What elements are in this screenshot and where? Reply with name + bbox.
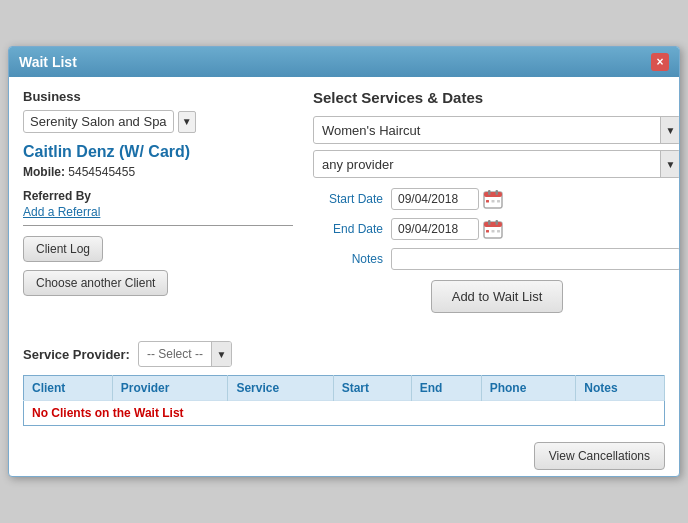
choose-another-client-button[interactable]: Choose another Client <box>23 270 168 296</box>
svg-rect-12 <box>492 230 495 233</box>
select-services-title: Select Services & Dates <box>313 89 680 106</box>
top-section: Business Serenity Salon and Spa ▼ Caitli… <box>23 89 665 313</box>
end-date-input-wrap <box>391 218 503 240</box>
end-date-row: End Date <box>313 218 680 240</box>
notes-label: Notes <box>313 252 383 266</box>
start-date-input[interactable] <box>391 188 479 210</box>
start-date-input-wrap <box>391 188 503 210</box>
service-dropdown[interactable]: Women's Haircut ▼ <box>313 116 680 144</box>
business-label: Business <box>23 89 293 104</box>
divider <box>23 225 293 226</box>
service-provider-select[interactable]: -- Select -- ▼ <box>138 341 232 367</box>
svg-rect-5 <box>492 200 495 203</box>
referred-by-label: Referred By <box>23 189 293 203</box>
svg-rect-9 <box>488 220 491 225</box>
view-cancellations-button[interactable]: View Cancellations <box>534 442 665 470</box>
business-name: Serenity Salon and Spa <box>23 110 174 133</box>
col-service: Service <box>228 376 333 401</box>
provider-select-row: any provider ▼ <box>313 150 680 178</box>
svg-rect-13 <box>497 230 500 233</box>
svg-rect-4 <box>486 200 489 203</box>
no-clients-message: No Clients on the Wait List <box>24 401 665 426</box>
start-date-label: Start Date <box>313 192 383 206</box>
notes-input[interactable] <box>391 248 680 270</box>
service-value: Women's Haircut <box>314 119 660 142</box>
dialog-header: Wait List × <box>9 47 679 77</box>
provider-row: Service Provider: -- Select -- ▼ <box>23 341 665 367</box>
svg-rect-2 <box>488 190 491 195</box>
provider-value: any provider <box>314 153 660 176</box>
notes-row: Notes <box>313 248 680 270</box>
add-to-wait-list-button[interactable]: Add to Wait List <box>431 280 564 313</box>
service-dropdown-arrow[interactable]: ▼ <box>660 117 680 143</box>
end-date-input[interactable] <box>391 218 479 240</box>
col-notes: Notes <box>576 376 665 401</box>
client-name: Caitlin Denz (W/ Card) <box>23 143 293 161</box>
client-log-button[interactable]: Client Log <box>23 236 103 262</box>
service-provider-dropdown-arrow[interactable]: ▼ <box>211 342 231 366</box>
business-dropdown-button[interactable]: ▼ <box>178 111 196 133</box>
svg-rect-8 <box>484 222 502 227</box>
table-row: No Clients on the Wait List <box>24 401 665 426</box>
svg-rect-11 <box>486 230 489 233</box>
end-date-label: End Date <box>313 222 383 236</box>
col-provider: Provider <box>112 376 228 401</box>
service-provider-placeholder: -- Select -- <box>139 344 211 364</box>
svg-rect-10 <box>496 220 499 225</box>
mobile-label: Mobile: <box>23 165 65 179</box>
col-start: Start <box>333 376 411 401</box>
end-date-calendar-icon[interactable] <box>483 219 503 239</box>
mobile-value: 5454545455 <box>68 165 135 179</box>
left-panel: Business Serenity Salon and Spa ▼ Caitli… <box>23 89 293 313</box>
close-button[interactable]: × <box>651 53 669 71</box>
table-header: Client Provider Service Start End Phone … <box>24 376 665 401</box>
business-select-row: Serenity Salon and Spa ▼ <box>23 110 293 133</box>
service-select-row: Women's Haircut ▼ <box>313 116 680 144</box>
right-panel: Select Services & Dates Women's Haircut … <box>313 89 680 313</box>
provider-dropdown[interactable]: any provider ▼ <box>313 150 680 178</box>
provider-dropdown-arrow[interactable]: ▼ <box>660 151 680 177</box>
svg-rect-3 <box>496 190 499 195</box>
wait-list-dialog: Wait List × Business Serenity Salon and … <box>8 46 680 477</box>
svg-rect-1 <box>484 192 502 197</box>
add-referral-link[interactable]: Add a Referral <box>23 205 293 219</box>
dialog-body: Business Serenity Salon and Spa ▼ Caitli… <box>9 77 679 331</box>
service-provider-label: Service Provider: <box>23 347 130 362</box>
svg-rect-6 <box>497 200 500 203</box>
client-mobile: Mobile: 5454545455 <box>23 165 293 179</box>
dialog-title: Wait List <box>19 54 77 70</box>
start-date-calendar-icon[interactable] <box>483 189 503 209</box>
table-body: No Clients on the Wait List <box>24 401 665 426</box>
wait-list-table: Client Provider Service Start End Phone … <box>23 375 665 426</box>
col-end: End <box>411 376 481 401</box>
col-phone: Phone <box>481 376 576 401</box>
col-client: Client <box>24 376 113 401</box>
footer-row: View Cancellations <box>9 434 679 476</box>
date-fields: Start Date <box>313 188 680 240</box>
bottom-section: Service Provider: -- Select -- ▼ Client … <box>9 331 679 434</box>
start-date-row: Start Date <box>313 188 680 210</box>
